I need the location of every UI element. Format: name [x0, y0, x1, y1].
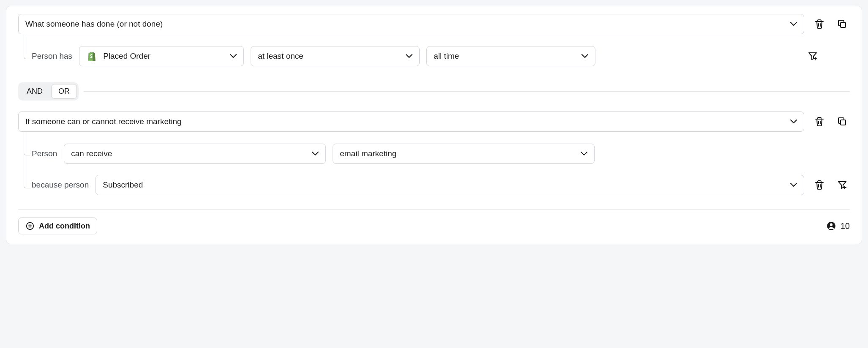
reason-select[interactable]: Subscribed	[96, 175, 804, 195]
person-icon	[826, 221, 836, 231]
condition-type-select[interactable]: If someone can or cannot receive marketi…	[18, 111, 804, 132]
because-person-label: because person	[32, 180, 89, 190]
timeframe-label: all time	[434, 52, 459, 61]
reason-label: Subscribed	[103, 180, 143, 190]
condition-block-1: What someone has done (or not done) Pers…	[18, 14, 850, 66]
segment-conditions-panel: What someone has done (or not done) Pers…	[6, 6, 862, 244]
and-button[interactable]: AND	[20, 84, 49, 98]
chevron-down-icon	[790, 22, 797, 26]
add-condition-button[interactable]: Add condition	[18, 218, 97, 234]
person-label: Person	[32, 149, 57, 158]
chevron-down-icon	[581, 54, 588, 58]
can-receive-label: can receive	[71, 149, 112, 158]
timeframe-select[interactable]: all time	[426, 46, 595, 66]
chevron-down-icon	[230, 54, 237, 58]
channel-select[interactable]: email marketing	[333, 144, 595, 164]
duplicate-condition-button[interactable]	[835, 114, 850, 129]
filter-add-icon	[808, 51, 818, 61]
chevron-down-icon	[581, 152, 587, 156]
chevron-down-icon	[790, 183, 797, 187]
add-condition-label: Add condition	[39, 222, 90, 231]
divider	[84, 91, 850, 92]
delete-condition-button[interactable]	[812, 114, 827, 129]
filter-add-icon	[837, 180, 847, 190]
frequency-label: at least once	[258, 52, 303, 61]
add-filter-button[interactable]	[835, 177, 850, 193]
event-select[interactable]: Placed Order	[79, 46, 244, 66]
condition-type-select[interactable]: What someone has done (or not done)	[18, 14, 804, 34]
trash-icon	[814, 180, 824, 190]
operator-toggle: AND OR	[18, 82, 79, 101]
event-label: Placed Order	[103, 52, 150, 61]
condition-block-2: If someone can or cannot receive marketi…	[18, 111, 850, 195]
frequency-select[interactable]: at least once	[251, 46, 420, 66]
shopify-icon	[86, 51, 97, 62]
delete-subcondition-button[interactable]	[812, 177, 827, 193]
add-filter-button[interactable]	[805, 49, 820, 64]
delete-condition-button[interactable]	[812, 16, 827, 32]
condition-type-label: What someone has done (or not done)	[25, 19, 163, 29]
chevron-down-icon	[790, 120, 797, 124]
condition-type-label: If someone can or cannot receive marketi…	[25, 117, 182, 126]
channel-label: email marketing	[340, 149, 396, 158]
can-receive-select[interactable]: can receive	[64, 144, 326, 164]
profile-count-value: 10	[841, 221, 850, 231]
trash-icon	[814, 117, 824, 127]
person-has-label: Person has	[32, 52, 72, 61]
plus-circle-icon	[25, 221, 35, 231]
or-button[interactable]: OR	[51, 84, 77, 99]
chevron-down-icon	[312, 152, 319, 156]
trash-icon	[814, 19, 824, 29]
chevron-down-icon	[406, 54, 412, 58]
copy-icon	[837, 19, 847, 29]
profile-count: 10	[826, 221, 850, 231]
copy-icon	[837, 117, 847, 127]
operator-row: AND OR	[18, 82, 850, 101]
footer: Add condition 10	[18, 209, 850, 234]
duplicate-condition-button[interactable]	[835, 16, 850, 32]
